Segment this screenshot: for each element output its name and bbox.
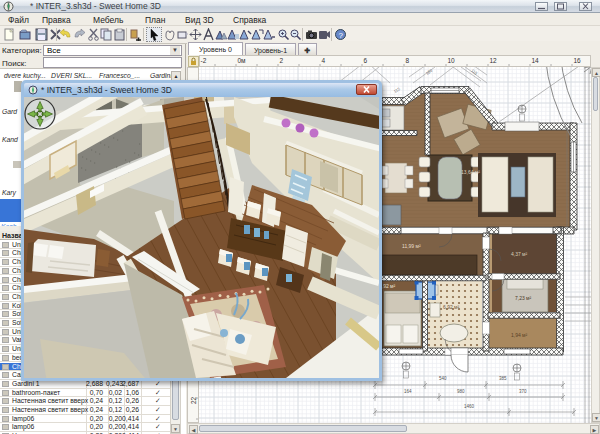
svg-text:164: 164 (404, 389, 412, 394)
svg-text:1,94 м²: 1,94 м² (511, 332, 528, 338)
svg-text:370: 370 (519, 389, 527, 394)
svg-text:6,92 м²: 6,92 м² (443, 304, 460, 310)
svg-text:22: 22 (190, 396, 197, 404)
svg-text:?: ? (339, 31, 344, 40)
svg-text:980: 980 (457, 389, 465, 394)
svg-text:2: 2 (280, 57, 284, 64)
svg-text:4,37 м²: 4,37 м² (511, 251, 528, 257)
svg-text:6: 6 (364, 57, 368, 64)
svg-text:13,64 м²: 13,64 м² (461, 169, 480, 175)
svg-text:10: 10 (448, 57, 456, 64)
svg-text:7,23 м²: 7,23 м² (515, 295, 532, 301)
svg-text:11,99 м²: 11,99 м² (402, 243, 421, 249)
svg-text:14: 14 (532, 57, 540, 64)
svg-text:385: 385 (499, 376, 507, 381)
svg-text:12: 12 (490, 57, 498, 64)
svg-text:16: 16 (574, 57, 582, 64)
svg-text:1460: 1460 (464, 404, 475, 409)
svg-text:540: 540 (439, 376, 447, 381)
svg-text:4: 4 (322, 57, 326, 64)
svg-text:-2: -2 (201, 57, 207, 64)
svg-text:0м: 0м (238, 57, 247, 64)
svg-text:8: 8 (406, 57, 410, 64)
